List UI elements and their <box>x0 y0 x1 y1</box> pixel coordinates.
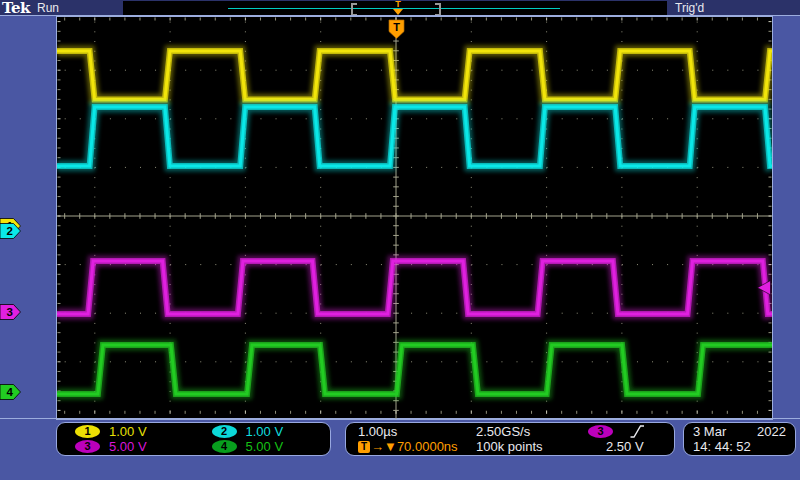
svg-text:2: 2 <box>7 225 13 237</box>
sample-rate: 2.50GS/s <box>476 424 580 439</box>
trigger-delay-cell: T →▼ 70.0000ns <box>358 439 476 454</box>
trigger-delay-arrow: →▼ <box>371 439 397 454</box>
ch3-scale: 5.00 V <box>109 439 147 454</box>
trigger-t-badge-icon: T <box>358 441 370 453</box>
trigger-level: 2.50 V <box>580 439 674 454</box>
ch3-ref-marker[interactable]: 3 <box>0 305 21 320</box>
rising-edge-icon <box>629 424 646 439</box>
svg-text:1: 1 <box>7 220 14 232</box>
oscilloscope-screen: Tek Run T Trig'd 1234T 1 1.00 V 2 1.00 V <box>0 0 800 480</box>
frame-line-bottom <box>0 418 800 419</box>
record-length: 100k points <box>476 439 580 454</box>
ch4-ref-marker[interactable]: 4 <box>0 385 21 400</box>
record-view-bar[interactable]: T <box>123 1 667 15</box>
channel-ref-markers[interactable]: 1234 <box>0 219 21 400</box>
datetime-box: 3 Mar 2022 14: 44: 52 <box>683 422 796 456</box>
acquisition-status: Run <box>37 1 59 15</box>
status-bar: Tek Run T Trig'd <box>0 0 800 16</box>
svg-text:4: 4 <box>7 386 14 398</box>
trigger-delay-value: 70.0000ns <box>397 439 458 454</box>
svg-text:3: 3 <box>7 306 13 318</box>
ch2-badge[interactable]: 2 <box>212 425 237 438</box>
ch1-badge[interactable]: 1 <box>75 425 100 438</box>
date-year: 2022 <box>757 424 786 439</box>
ch2-ref-marker[interactable]: 2 <box>0 224 21 239</box>
ch3-badge[interactable]: 3 <box>75 440 100 453</box>
trigger-t-glyph: T <box>392 0 404 9</box>
trigger-source-cell[interactable]: 3 <box>580 424 674 439</box>
ch4-scale: 5.00 V <box>246 439 284 454</box>
trigger-position-bar-icon[interactable]: T <box>392 0 404 15</box>
horizontal-scale: 1.00µs <box>358 424 476 439</box>
ch3-readout[interactable]: 3 5.00 V <box>57 439 194 454</box>
ch1-readout[interactable]: 1 1.00 V <box>57 424 194 439</box>
ch2-readout[interactable]: 2 1.00 V <box>194 424 331 439</box>
ch1-scale: 1.00 V <box>109 424 147 439</box>
horizontal-trigger-readout-box[interactable]: 1.00µs 2.50GS/s 3 T →▼ 70.0000ns 100k po… <box>345 422 675 456</box>
trigger-source-badge[interactable]: 3 <box>588 425 613 438</box>
date-day: 3 Mar <box>693 424 726 439</box>
ch4-readout[interactable]: 4 5.00 V <box>194 439 331 454</box>
ch2-scale: 1.00 V <box>246 424 284 439</box>
channel-readout-box[interactable]: 1 1.00 V 2 1.00 V 3 5.00 V 4 5.00 V <box>56 422 331 456</box>
clock-time: 14: 44: 52 <box>693 439 751 454</box>
ch4-badge[interactable]: 4 <box>212 440 237 453</box>
waveform-display-area <box>56 16 773 420</box>
ch1-ref-marker[interactable]: 1 <box>0 219 21 234</box>
trigger-status: Trig'd <box>675 1 704 15</box>
